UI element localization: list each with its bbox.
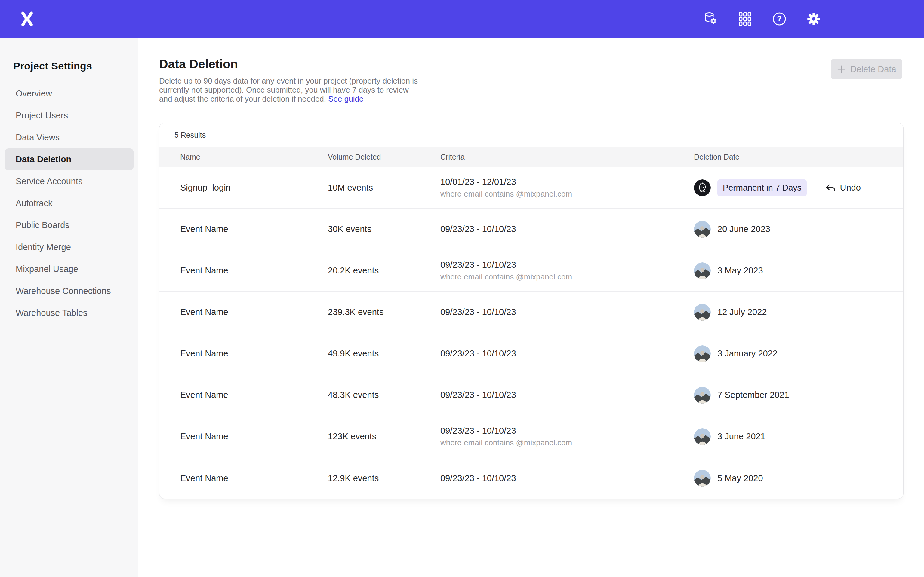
sidebar-item-data-deletion[interactable]: Data Deletion (5, 148, 134, 171)
row-criteria: 09/23/23 - 10/10/23 (440, 473, 694, 483)
row-criteria: 09/23/23 - 10/10/23 where email contains… (440, 426, 694, 448)
sidebar-item-warehouse-tables[interactable]: Warehouse Tables (5, 302, 134, 324)
row-volume: 20.2K events (328, 266, 440, 276)
undo-icon (825, 182, 836, 193)
page-description-text: Delete up to 90 days data for any event … (159, 76, 418, 103)
row-criteria: 09/23/23 - 10/10/23 (440, 390, 694, 400)
row-volume: 12.9K events (328, 473, 440, 483)
deletion-date: 3 June 2021 (717, 432, 766, 442)
criteria-range: 09/23/23 - 10/10/23 (440, 390, 694, 400)
row-volume: 30K events (328, 224, 440, 234)
column-header-criteria: Criteria (440, 153, 694, 161)
help-icon[interactable]: ? (772, 11, 787, 26)
criteria-range: 09/23/23 - 10/10/23 (440, 349, 694, 358)
row-deletion-date: 20 June 2023 (694, 221, 903, 238)
criteria-range: 10/01/23 - 12/01/23 (440, 177, 694, 187)
column-header-name: Name (180, 153, 328, 161)
avatar (694, 304, 711, 321)
avatar (694, 345, 711, 362)
row-deletion-date: Permanent in 7 Days Undo (694, 179, 903, 196)
row-volume: 48.3K events (328, 390, 440, 400)
criteria-range: 09/23/23 - 10/10/23 (440, 307, 694, 317)
table-header-row: Name Volume Deleted Criteria Deletion Da… (160, 147, 903, 167)
table-row: Event Name 20.2K events 09/23/23 - 10/10… (160, 250, 903, 292)
row-volume: 10M events (328, 183, 440, 193)
deletion-date: 5 May 2020 (717, 473, 763, 483)
row-deletion-date: 7 September 2021 (694, 387, 903, 404)
sidebar-item-project-users[interactable]: Project Users (5, 105, 134, 127)
table-row: Event Name 12.9K events 09/23/23 - 10/10… (160, 458, 903, 499)
sidebar-item-public-boards[interactable]: Public Boards (5, 214, 134, 236)
row-name: Event Name (180, 266, 328, 276)
table-row: Signup_login 10M events 10/01/23 - 12/01… (160, 167, 903, 209)
avatar (694, 428, 711, 445)
deletion-date: 3 May 2023 (717, 266, 763, 276)
status-badge: Permanent in 7 Days (717, 179, 807, 196)
criteria-range: 09/23/23 - 10/10/23 (440, 426, 694, 436)
sidebar-nav: Overview Project Users Data Views Data D… (0, 83, 138, 324)
sidebar-item-mixpanel-usage[interactable]: Mixpanel Usage (5, 258, 134, 280)
results-count: 5 Results (160, 123, 903, 147)
row-volume: 239.3K events (328, 307, 440, 317)
table-row: Event Name 49.9K events 09/23/23 - 10/10… (160, 333, 903, 374)
row-name: Event Name (180, 390, 328, 400)
table-row: Event Name 123K events 09/23/23 - 10/10/… (160, 416, 903, 458)
data-deletion-page: { "colors": { "accent": "#4f44e8", "link… (0, 0, 924, 577)
avatar (694, 470, 711, 487)
row-volume: 49.9K events (328, 349, 440, 358)
criteria-range: 09/23/23 - 10/10/23 (440, 224, 694, 234)
row-volume: 123K events (328, 432, 440, 442)
criteria-range: 09/23/23 - 10/10/23 (440, 260, 694, 270)
sidebar-item-data-views[interactable]: Data Views (5, 127, 134, 148)
deletion-date: 12 July 2022 (717, 307, 767, 317)
row-name: Event Name (180, 349, 328, 358)
avatar (694, 179, 711, 196)
row-deletion-date: 3 June 2021 (694, 428, 903, 445)
row-criteria: 10/01/23 - 12/01/23 where email contains… (440, 177, 694, 199)
undo-label: Undo (840, 183, 861, 193)
deletion-table-card: 5 Results Name Volume Deleted Criteria D… (159, 122, 903, 499)
column-header-deletion-date: Deletion Date (694, 153, 903, 161)
avatar (694, 387, 711, 404)
sidebar-item-warehouse-connections[interactable]: Warehouse Connections (5, 280, 134, 302)
row-deletion-date: 12 July 2022 (694, 304, 903, 321)
row-criteria: 09/23/23 - 10/10/23 where email contains… (440, 260, 694, 282)
sidebar-item-identity-merge[interactable]: Identity Merge (5, 236, 134, 258)
delete-data-button-label: Delete Data (850, 64, 896, 74)
deletion-date: 7 September 2021 (717, 390, 789, 400)
sidebar-item-autotrack[interactable]: Autotrack (5, 192, 134, 214)
plus-icon (837, 64, 846, 74)
criteria-filter: where email contains @mixpanel.com (440, 438, 694, 448)
row-criteria: 09/23/23 - 10/10/23 (440, 224, 694, 234)
row-deletion-date: 3 May 2023 (694, 262, 903, 279)
see-guide-link[interactable]: See guide (328, 94, 363, 103)
settings-gear-icon[interactable] (806, 11, 821, 26)
row-deletion-date: 3 January 2022 (694, 345, 903, 362)
apps-grid-icon[interactable] (738, 11, 753, 26)
table-row: Event Name 30K events 09/23/23 - 10/10/2… (160, 209, 903, 250)
column-header-volume: Volume Deleted (328, 153, 440, 161)
sidebar-item-service-accounts[interactable]: Service Accounts (5, 171, 134, 192)
mixpanel-logo[interactable] (19, 11, 36, 27)
row-name: Event Name (180, 224, 328, 234)
deletion-date: 3 January 2022 (717, 349, 777, 358)
row-name: Signup_login (180, 183, 328, 193)
sidebar-item-overview[interactable]: Overview (5, 83, 134, 105)
row-criteria: 09/23/23 - 10/10/23 (440, 349, 694, 358)
delete-data-button[interactable]: Delete Data (831, 59, 902, 79)
avatar (694, 262, 711, 279)
row-criteria: 09/23/23 - 10/10/23 (440, 307, 694, 317)
row-deletion-date: 5 May 2020 (694, 470, 903, 487)
page-title: Data Deletion (159, 57, 238, 71)
top-nav: ? (0, 0, 924, 38)
sidebar-heading: Project Settings (0, 38, 138, 72)
criteria-range: 09/23/23 - 10/10/23 (440, 473, 694, 483)
table-row: Event Name 239.3K events 09/23/23 - 10/1… (160, 292, 903, 333)
criteria-filter: where email contains @mixpanel.com (440, 189, 694, 199)
row-name: Event Name (180, 432, 328, 442)
database-gear-icon[interactable] (703, 11, 718, 26)
sidebar: Project Settings Overview Project Users … (0, 38, 138, 577)
undo-button[interactable]: Undo (825, 182, 861, 193)
table-row: Event Name 48.3K events 09/23/23 - 10/10… (160, 374, 903, 416)
row-name: Event Name (180, 473, 328, 483)
